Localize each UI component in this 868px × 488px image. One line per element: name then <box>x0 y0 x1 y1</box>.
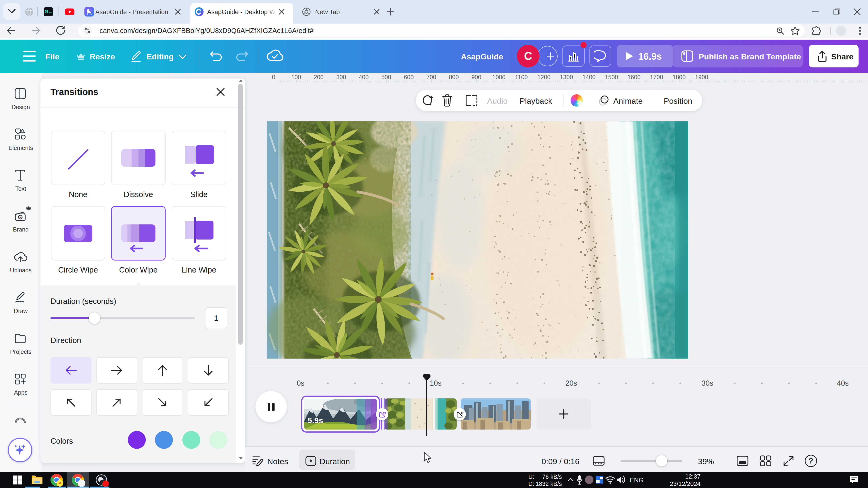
svg-text:400: 400 <box>359 74 369 80</box>
svg-text:1900: 1900 <box>695 74 708 80</box>
svg-text:co: co <box>19 216 22 219</box>
svg-text:1600: 1600 <box>627 74 641 80</box>
svg-text:500: 500 <box>381 74 391 80</box>
svg-text:600: 600 <box>404 74 414 80</box>
svg-text:800: 800 <box>449 74 459 80</box>
svg-text:1100: 1100 <box>515 74 528 80</box>
svg-text:1200: 1200 <box>537 74 551 80</box>
svg-text:1300: 1300 <box>560 74 573 80</box>
svg-text:900: 900 <box>471 74 482 80</box>
svg-text:1400: 1400 <box>582 74 596 80</box>
svg-text:1700: 1700 <box>650 74 663 80</box>
svg-text:1000: 1000 <box>492 74 505 80</box>
svg-text:1500: 1500 <box>605 74 618 80</box>
svg-text:100: 100 <box>291 74 301 80</box>
svg-text:700: 700 <box>427 74 436 80</box>
svg-text:1800: 1800 <box>673 74 686 80</box>
svg-text:300: 300 <box>336 74 346 80</box>
svg-text:200: 200 <box>314 74 323 80</box>
svg-text:0: 0 <box>272 74 275 80</box>
